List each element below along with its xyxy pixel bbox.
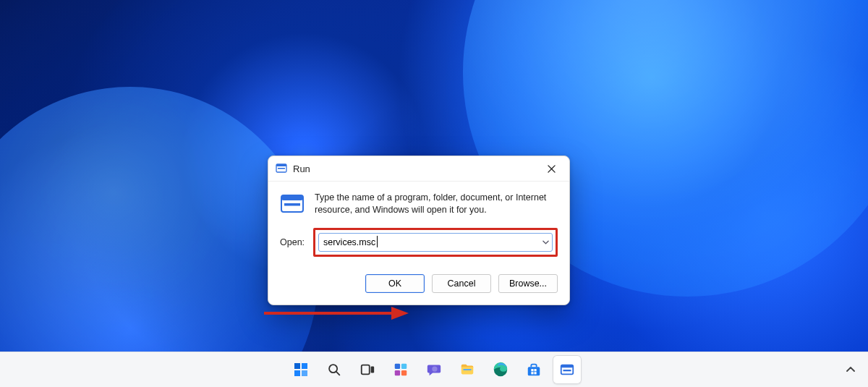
svg-rect-24 xyxy=(534,369,536,371)
svg-rect-17 xyxy=(401,364,407,369)
run-app-icon xyxy=(559,362,575,378)
taskbar-edge[interactable] xyxy=(486,355,515,384)
svg-rect-14 xyxy=(362,365,370,375)
taskbar-task-view[interactable] xyxy=(353,355,382,384)
windows-start-icon xyxy=(292,361,310,378)
svg-line-13 xyxy=(336,372,339,375)
run-dialog-title: Run xyxy=(293,163,537,174)
close-icon xyxy=(548,165,556,173)
svg-rect-4 xyxy=(281,195,303,200)
svg-point-20 xyxy=(432,366,437,371)
edge-icon xyxy=(493,362,509,378)
open-combobox[interactable] xyxy=(318,233,553,252)
browse-button[interactable]: Browse... xyxy=(498,274,558,293)
taskbar-center xyxy=(286,355,582,384)
svg-rect-10 xyxy=(294,370,300,376)
svg-rect-29 xyxy=(563,370,571,371)
tray-overflow-button[interactable] xyxy=(841,360,861,380)
annotation-input-highlight xyxy=(313,228,558,257)
chevron-up-icon xyxy=(846,367,855,373)
run-dialog-description: Type the name of a program, folder, docu… xyxy=(315,192,558,216)
run-icon xyxy=(280,192,305,216)
svg-rect-28 xyxy=(561,365,574,368)
taskbar-file-explorer[interactable] xyxy=(453,355,482,384)
text-caret xyxy=(377,236,378,247)
svg-rect-18 xyxy=(395,370,400,375)
open-label: Open: xyxy=(280,237,306,247)
svg-rect-16 xyxy=(395,364,400,369)
svg-rect-26 xyxy=(534,372,536,374)
widgets-icon xyxy=(393,362,409,378)
run-dialog-body: Type the name of a program, folder, docu… xyxy=(268,182,569,305)
svg-rect-19 xyxy=(401,370,407,375)
chat-icon xyxy=(426,362,442,378)
taskbar-tray xyxy=(841,360,861,380)
svg-rect-11 xyxy=(302,370,307,376)
task-view-icon xyxy=(359,362,375,378)
open-input[interactable] xyxy=(319,234,539,251)
svg-rect-5 xyxy=(284,203,300,206)
store-icon xyxy=(526,362,542,378)
taskbar-search[interactable] xyxy=(320,355,349,384)
taskbar-run-app[interactable] xyxy=(553,355,582,384)
chevron-down-icon xyxy=(542,240,549,244)
taskbar-start[interactable] xyxy=(286,355,315,384)
taskbar-store[interactable] xyxy=(519,355,548,384)
taskbar-widgets[interactable] xyxy=(386,355,415,384)
svg-rect-21 xyxy=(464,369,472,370)
svg-rect-9 xyxy=(302,363,307,369)
taskbar xyxy=(0,352,868,387)
svg-rect-15 xyxy=(371,366,375,373)
cancel-button[interactable]: Cancel xyxy=(432,274,491,293)
run-titlebar-icon xyxy=(276,163,287,174)
svg-rect-1 xyxy=(276,164,286,166)
open-dropdown-button[interactable] xyxy=(539,240,552,244)
taskbar-chat[interactable] xyxy=(420,355,448,384)
svg-rect-2 xyxy=(278,168,285,169)
run-dialog-titlebar[interactable]: Run xyxy=(268,156,569,182)
search-icon xyxy=(326,362,342,378)
run-dialog: Run Type the name of a program, folder, … xyxy=(268,156,570,305)
ok-button[interactable]: OK xyxy=(365,274,425,293)
svg-rect-25 xyxy=(531,372,533,374)
close-button[interactable] xyxy=(537,158,565,179)
folder-icon xyxy=(459,362,475,378)
svg-rect-8 xyxy=(294,363,300,369)
svg-rect-23 xyxy=(531,369,533,371)
